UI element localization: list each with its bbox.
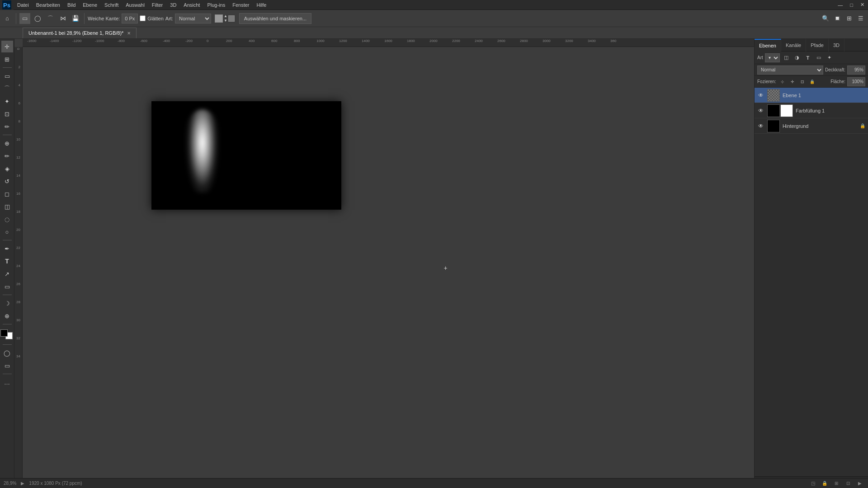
weiche-kante-input[interactable]	[122, 14, 138, 23]
menu-plugins[interactable]: Plug-ins	[203, 0, 229, 10]
layer-item-hintergrund[interactable]: 👁 Hintergrund 🔒	[755, 118, 868, 134]
quick-mask-tool[interactable]: ◯	[1, 347, 13, 359]
select-mask-button[interactable]: Auswählen und maskieren...	[239, 13, 311, 24]
fg-color-swatch[interactable]	[0, 329, 8, 337]
eyedropper-tool[interactable]: ✏	[1, 121, 13, 132]
statusbar-lock-btn[interactable]: 🔒	[820, 479, 829, 488]
lock-artboard-btn[interactable]: ⊡	[798, 77, 807, 86]
menu-ansicht[interactable]: Ansicht	[180, 0, 203, 10]
glatten-checkbox[interactable]	[140, 15, 146, 21]
menu-ebene[interactable]: Ebene	[79, 0, 101, 10]
eraser-tool[interactable]: ◻	[1, 188, 13, 200]
rect-select-btn[interactable]: ▭	[19, 13, 30, 24]
art-select[interactable]: Normal	[175, 14, 211, 23]
gradient-tool[interactable]: ◫	[1, 201, 13, 212]
menu-datei[interactable]: Datei	[14, 0, 33, 10]
fill-input[interactable]	[847, 77, 865, 86]
canvas-area[interactable]: -1600 -1400 -1200 -1000 -800 -600 -400 -…	[14, 39, 754, 488]
tab-3d[interactable]: 3D	[829, 39, 844, 52]
statusbar-info-btn[interactable]: ◳	[808, 479, 817, 488]
maximize-button[interactable]: □	[846, 0, 857, 10]
layer-name-hintergrund: Hintergrund	[783, 123, 857, 129]
color-swatch-2[interactable]	[228, 15, 235, 22]
layer-visibility-farbfuellung1[interactable]: 👁	[757, 107, 764, 114]
blend-mode-select[interactable]: Normal	[757, 66, 823, 75]
menu-fenster[interactable]: Fenster	[229, 0, 253, 10]
menu-filter[interactable]: Filter	[148, 0, 166, 10]
menu-3d[interactable]: 3D	[166, 0, 180, 10]
dodge-tool[interactable]: ○	[1, 226, 13, 238]
lock-pixel-btn[interactable]: ⊹	[778, 77, 787, 86]
status-arrow[interactable]: ▶	[21, 481, 24, 486]
layer-smart-icon[interactable]: ✦	[825, 53, 834, 62]
hand-tool[interactable]: ☽	[1, 297, 13, 309]
type-tool[interactable]: T	[1, 255, 13, 267]
lasso-tool[interactable]: ⌒	[1, 83, 13, 94]
zoom-tool[interactable]: ⊕	[1, 310, 13, 322]
home-button[interactable]: ⌂	[2, 13, 13, 24]
search-button[interactable]: 🔍	[820, 13, 831, 24]
blur-tool[interactable]: ◌	[1, 213, 13, 225]
menu-bild[interactable]: Bild	[64, 0, 79, 10]
pen-tool[interactable]: ✒	[1, 243, 13, 254]
history-brush-tool[interactable]: ↺	[1, 175, 13, 187]
opacity-input[interactable]	[847, 66, 865, 75]
menu-hilfe[interactable]: Hilfe	[253, 0, 270, 10]
screen-mode-tool[interactable]: ▭	[1, 360, 13, 371]
color-swatch-1[interactable]	[215, 14, 223, 23]
layer-adjustment-icon[interactable]: ◑	[793, 53, 802, 62]
layer-visibility-ebene1[interactable]: 👁	[757, 92, 764, 99]
layer-kind-select[interactable]: ▾	[765, 53, 780, 62]
minimize-button[interactable]: —	[834, 0, 846, 10]
brush-tool[interactable]: ✏	[1, 150, 13, 162]
tab-kanaele[interactable]: Kanäle	[781, 39, 806, 52]
artboard-tool[interactable]: ⊞	[1, 53, 13, 65]
ellipse-select-btn[interactable]: ◯	[32, 13, 43, 24]
healing-tool[interactable]: ⊕	[1, 137, 13, 149]
menu-schrift[interactable]: Schrift	[101, 0, 122, 10]
more-tools-button[interactable]: …	[1, 376, 13, 388]
zoom-out-btn[interactable]: 🔲	[832, 13, 843, 24]
object-select-tool[interactable]: ✦	[1, 95, 13, 107]
tab-ebenen[interactable]: Ebenen	[755, 39, 781, 52]
save-btn[interactable]: 💾	[70, 13, 81, 24]
shape-tool[interactable]: ▭	[1, 281, 13, 292]
arrow-btn-up[interactable]: ▲	[224, 14, 227, 18]
blend-opacity-row: Normal Deckkraft:	[755, 64, 868, 76]
statusbar-grid-btn[interactable]: ⊞	[832, 479, 841, 488]
close-button[interactable]: ✕	[857, 0, 868, 10]
canvas-viewport[interactable]: +	[23, 47, 754, 488]
tab-bar: Unbenannt-1 bei 28,9% (Ebene 1, RGB/8)* …	[0, 27, 868, 39]
lasso-select-btn[interactable]: ⌒	[45, 13, 56, 24]
lt-separator-3	[3, 240, 12, 240]
menu-bearbeiten[interactable]: Bearbeiten	[33, 0, 64, 10]
path-select-tool[interactable]: ↗	[1, 268, 13, 280]
layout-btn[interactable]: ☰	[855, 13, 866, 24]
move-tool[interactable]: ✛	[1, 41, 13, 52]
statusbar-snap-btn[interactable]: ⊡	[844, 479, 853, 488]
lock-position-btn[interactable]: ✛	[788, 77, 797, 86]
layer-shape-icon[interactable]: ▭	[814, 53, 823, 62]
ruler-vertical: 0 2 4 6 8 10 12 14 16 18 20 22 24 26 28 …	[14, 47, 23, 488]
magnetic-select-btn[interactable]: ⋈	[57, 13, 68, 24]
layer-visibility-hintergrund[interactable]: 👁	[757, 122, 764, 130]
layer-pixel-icon[interactable]: ◫	[782, 53, 791, 62]
lt-separator-1	[3, 67, 12, 68]
layers-list: 👁 Ebene 1 👁 Farbfüllung 1 👁 Hintergrund	[755, 88, 868, 476]
layer-item-ebene1[interactable]: 👁 Ebene 1	[755, 88, 868, 103]
fill-row: Fozieren: ⊹ ✛ ⊡ 🔒 Fläche:	[755, 76, 868, 88]
selection-tool[interactable]: ▭	[1, 70, 13, 82]
statusbar-more-btn[interactable]: ▶	[855, 479, 864, 488]
tab-pfade[interactable]: Pfade	[806, 39, 829, 52]
arrow-btn-down[interactable]: ▼	[224, 19, 227, 23]
window-arrange-btn[interactable]: ⊞	[844, 13, 854, 24]
stamp-tool[interactable]: ◈	[1, 163, 13, 174]
glow-shape	[185, 109, 219, 193]
menu-auswahl[interactable]: Auswahl	[122, 0, 148, 10]
lock-all-btn[interactable]: 🔒	[808, 77, 817, 86]
document-tab[interactable]: Unbenannt-1 bei 28,9% (Ebene 1, RGB/8)* …	[23, 28, 137, 38]
layer-item-farbfuellung1[interactable]: 👁 Farbfüllung 1	[755, 103, 868, 118]
tab-close-button[interactable]: ✕	[127, 31, 131, 36]
layer-type-icon[interactable]: T	[803, 53, 812, 62]
crop-tool[interactable]: ⊡	[1, 108, 13, 120]
